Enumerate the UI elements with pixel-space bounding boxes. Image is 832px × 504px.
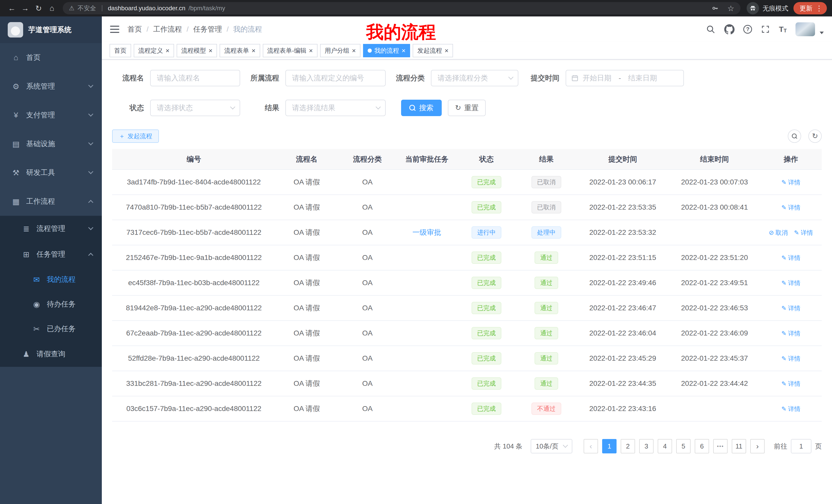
tab-item-5[interactable]: 用户分组× (320, 44, 361, 57)
process-name-input[interactable] (150, 70, 240, 86)
sidebar-item-leave[interactable]: ♟请假查询 (0, 341, 102, 367)
detail-action-link[interactable]: ✎详情 (781, 405, 800, 413)
detail-action-link[interactable]: ✎详情 (794, 229, 813, 237)
help-icon[interactable]: ? (743, 25, 752, 34)
sidebar-item-workflow[interactable]: ▦工作流程 (0, 187, 102, 216)
create-process-button[interactable]: ＋ 发起流程 (112, 130, 159, 143)
forward-icon[interactable]: → (19, 4, 32, 12)
sidebar-item-task[interactable]: ⊞任务管理 (0, 242, 102, 267)
breadcrumb-item[interactable]: 首页 (128, 24, 142, 34)
sidebar-item-yen[interactable]: ¥支付管理 (0, 101, 102, 130)
reload-icon[interactable]: ↻ (32, 4, 45, 13)
hamburger-icon[interactable] (110, 25, 119, 33)
sidebar-item-process[interactable]: ≣流程管理 (0, 216, 102, 242)
tab-item-3[interactable]: 流程表单× (219, 44, 260, 57)
detail-action-link[interactable]: ✎详情 (781, 329, 800, 338)
tab-close-icon[interactable]: × (309, 47, 313, 54)
task-icon: ⊞ (21, 250, 32, 259)
detail-action-link[interactable]: ✎详情 (781, 203, 800, 212)
detail-action-link[interactable]: ✎详情 (781, 380, 800, 388)
detail-icon: ✎ (781, 355, 786, 362)
page-button-2[interactable]: 2 (621, 439, 635, 453)
tab-item-2[interactable]: 流程模型× (177, 44, 217, 57)
table-search-icon[interactable] (788, 130, 801, 143)
home-icon: ⌂ (10, 53, 22, 62)
page-button-11[interactable]: 11 (732, 439, 746, 453)
github-icon[interactable] (724, 24, 734, 34)
detail-action-link[interactable]: ✎详情 (781, 355, 800, 363)
search-icon[interactable] (706, 24, 716, 34)
user-avatar[interactable] (796, 22, 815, 36)
tab-item-7[interactable]: 发起流程× (413, 44, 453, 57)
cell-actions: ✎详情 (760, 245, 822, 270)
tab-item-6[interactable]: 我的流程× (363, 44, 410, 57)
logo[interactable]: 芋道管理系统 (0, 17, 102, 43)
tab-item-1[interactable]: 流程定义× (134, 44, 174, 57)
reset-button[interactable]: ↻ 重置 (448, 100, 486, 116)
date-range-picker[interactable]: 开始日期 - 结束日期 (566, 70, 684, 86)
detail-action-link[interactable]: ✎详情 (781, 304, 800, 312)
avatar-caret-icon[interactable] (820, 32, 824, 34)
tab-close-icon[interactable]: × (165, 47, 170, 54)
category-select[interactable]: 请选择流程分类 (431, 70, 518, 86)
page-button-4[interactable]: 4 (658, 439, 672, 453)
sidebar-item-tools[interactable]: ⚒研发工具 (0, 158, 102, 187)
jump-page-input[interactable] (791, 439, 811, 453)
key-icon[interactable] (711, 4, 719, 12)
sidebar-item-my-process[interactable]: ✉我的流程 (0, 267, 102, 292)
detail-action-link[interactable]: ✎详情 (781, 178, 800, 187)
table-row: 03c6c157-7b9a-11ec-a290-acde48001122OA 请… (112, 396, 822, 421)
tab-item-0[interactable]: 首页 (109, 44, 131, 57)
cell-process-name: OA 请假 (276, 346, 338, 371)
detail-action-link[interactable]: ✎详情 (781, 254, 800, 262)
page-button-5[interactable]: 5 (676, 439, 691, 453)
fullscreen-icon[interactable] (761, 25, 770, 34)
table-refresh-icon[interactable]: ↻ (808, 130, 822, 143)
address-bar[interactable]: ⚠ 不安全 dashboard.yudao.iocoder.cn/bpm/tas… (63, 2, 740, 15)
update-button[interactable]: 更新 ⋮ (794, 2, 827, 15)
page-button-6[interactable]: 6 (695, 439, 709, 453)
next-page-button[interactable]: › (750, 439, 765, 453)
breadcrumb-item[interactable]: 任务管理 (193, 24, 222, 34)
prev-page-button[interactable]: ‹ (583, 439, 598, 453)
category-label: 流程分类 (396, 73, 431, 83)
search-button[interactable]: 搜索 (401, 100, 442, 116)
detail-action-link[interactable]: ✎详情 (781, 279, 800, 287)
cell-process-name: OA 请假 (276, 195, 338, 220)
page-button-1[interactable]: 1 (602, 439, 617, 453)
cancel-action-link[interactable]: ⊘取消 (769, 229, 788, 237)
cancel-icon: ⊘ (769, 229, 774, 236)
sidebar-item-todo[interactable]: ◉待办任务 (0, 292, 102, 316)
browser-home-icon[interactable]: ⌂ (45, 4, 59, 12)
bookmark-star-icon[interactable]: ☆ (727, 4, 734, 13)
cell-current-task (397, 170, 457, 195)
sidebar-item-label: 基础设施 (26, 139, 55, 149)
back-icon[interactable]: ← (5, 4, 19, 12)
tab-close-icon[interactable]: × (445, 47, 448, 54)
status-select[interactable]: 请选择状态 (150, 100, 240, 116)
page-size-select[interactable]: 10条/页 (531, 439, 572, 453)
owner-process-input[interactable] (285, 70, 386, 86)
status-tag: 已完成 (471, 251, 501, 264)
more-pages-button[interactable]: ••• (713, 439, 728, 453)
current-task-link[interactable]: 一级审批 (412, 228, 441, 236)
result-select[interactable]: 请选择流结果 (285, 100, 386, 116)
date-start-placeholder: 开始日期 (582, 73, 612, 83)
sidebar-item-gear[interactable]: ⚙系统管理 (0, 72, 102, 101)
font-size-icon[interactable]: TT (779, 25, 787, 33)
tab-close-icon[interactable]: × (401, 47, 406, 54)
cell-end-time (669, 396, 760, 421)
sidebar-item-done[interactable]: ✂已办任务 (0, 316, 102, 341)
sidebar-item-infrastructure[interactable]: ▤基础设施 (0, 130, 102, 158)
tab-close-icon[interactable]: × (352, 47, 356, 54)
browser-menu-dots-icon[interactable]: ⋮ (815, 4, 823, 12)
tab-close-icon[interactable]: × (209, 47, 212, 54)
tab-item-4[interactable]: 流程表单-编辑× (263, 44, 317, 57)
breadcrumb-item: 我的流程 (233, 24, 262, 34)
sidebar-item-home[interactable]: ⌂首页 (0, 43, 102, 72)
page-button-3[interactable]: 3 (639, 439, 654, 453)
tab-close-icon[interactable]: × (252, 47, 255, 54)
breadcrumb-item[interactable]: 工作流程 (153, 24, 182, 34)
browser-chrome: ← → ↻ ⌂ ⚠ 不安全 dashboard.yudao.iocoder.cn… (0, 0, 832, 17)
sidebar-item-label: 待办任务 (47, 299, 76, 309)
